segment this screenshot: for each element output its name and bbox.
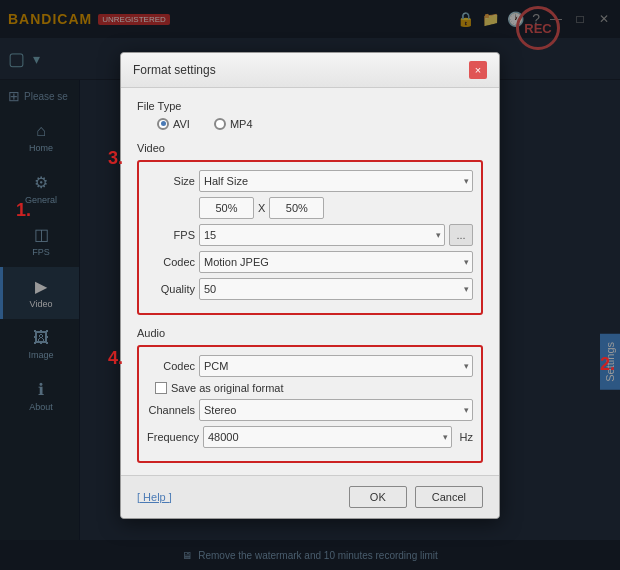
x-separator: X [258, 202, 265, 214]
percent-x-box: 50% [199, 197, 254, 219]
channels-select[interactable]: Stereo Mono [199, 399, 473, 421]
radio-dot-avi [157, 118, 169, 130]
codec-row: Codec Motion JPEG Xvid H.264 MPEG-1 ▾ [147, 251, 473, 273]
save-original-checkbox[interactable] [155, 382, 167, 394]
file-type-label: File Type [137, 100, 483, 112]
quality-select[interactable]: 50 60 70 80 90 100 [199, 278, 473, 300]
channels-select-wrapper: Stereo Mono ▾ [199, 399, 473, 421]
annotation-3: 3. [108, 148, 123, 169]
size-label: Size [147, 175, 195, 187]
hz-label: Hz [460, 431, 473, 443]
fps-dots-button[interactable]: ... [449, 224, 473, 246]
audio-section-label: Audio [137, 327, 483, 339]
size-row: Size Half Size Full Size Custom ▾ [147, 170, 473, 192]
frequency-select-wrapper: 44100 48000 ▾ [203, 426, 452, 448]
save-original-row: Save as original format [147, 382, 473, 394]
radio-mp4[interactable]: MP4 [214, 118, 253, 130]
radio-avi[interactable]: AVI [157, 118, 190, 130]
channels-label: Channels [147, 404, 195, 416]
frequency-label: Frequency [147, 431, 199, 443]
audio-codec-row: Codec PCM MP3 AAC ▾ [147, 355, 473, 377]
audio-codec-select-wrapper: PCM MP3 AAC ▾ [199, 355, 473, 377]
fps-select[interactable]: 15 24 25 30 60 [199, 224, 445, 246]
audio-section: Codec PCM MP3 AAC ▾ Sav [137, 345, 483, 463]
audio-codec-label: Codec [147, 360, 195, 372]
dialog-close-button[interactable]: × [469, 61, 487, 79]
fps-label: FPS [147, 229, 195, 241]
frequency-select[interactable]: 44100 48000 [203, 426, 452, 448]
size-select[interactable]: Half Size Full Size Custom [199, 170, 473, 192]
dialog-body: File Type AVI MP4 Video Si [121, 88, 499, 475]
cancel-button[interactable]: Cancel [415, 486, 483, 508]
app-window: BANDICAM UNREGISTERED 🔒 📁 🕐 ? — □ ✕ REC … [0, 0, 620, 570]
ok-button[interactable]: OK [349, 486, 407, 508]
codec-select-wrapper: Motion JPEG Xvid H.264 MPEG-1 ▾ [199, 251, 473, 273]
fps-row: FPS 15 24 25 30 60 ▾ ... [147, 224, 473, 246]
percent-y-box: 50% [269, 197, 324, 219]
video-section: Size Half Size Full Size Custom ▾ 50 [137, 160, 483, 315]
quality-label: Quality [147, 283, 195, 295]
dialog-title: Format settings [133, 63, 216, 77]
quality-row: Quality 50 60 70 80 90 100 ▾ [147, 278, 473, 300]
help-link[interactable]: [ Help ] [137, 491, 172, 503]
radio-label-mp4: MP4 [230, 118, 253, 130]
video-section-label: Video [137, 142, 483, 154]
channels-row: Channels Stereo Mono ▾ [147, 399, 473, 421]
annotation-4: 4. [108, 348, 123, 369]
annotation-1: 1. [16, 200, 31, 221]
codec-label: Codec [147, 256, 195, 268]
video-codec-select[interactable]: Motion JPEG Xvid H.264 MPEG-1 [199, 251, 473, 273]
radio-label-avi: AVI [173, 118, 190, 130]
format-settings-dialog: Format settings × File Type AVI MP4 [120, 52, 500, 519]
dialog-footer: [ Help ] OK Cancel [121, 475, 499, 518]
modal-overlay: 3. 4. Format settings × File Type AVI [0, 0, 620, 570]
audio-codec-select[interactable]: PCM MP3 AAC [199, 355, 473, 377]
file-type-radio-group: AVI MP4 [137, 118, 483, 130]
quality-select-wrapper: 50 60 70 80 90 100 ▾ [199, 278, 473, 300]
footer-buttons: OK Cancel [349, 486, 483, 508]
radio-dot-mp4 [214, 118, 226, 130]
dialog-titlebar: Format settings × [121, 53, 499, 88]
fps-select-wrapper: 15 24 25 30 60 ▾ [199, 224, 445, 246]
size-select-wrapper: Half Size Full Size Custom ▾ [199, 170, 473, 192]
annotation-2: 2. [600, 354, 615, 375]
save-original-label: Save as original format [171, 382, 284, 394]
percent-row: 50% X 50% [147, 197, 473, 219]
frequency-row: Frequency 44100 48000 ▾ Hz [147, 426, 473, 448]
